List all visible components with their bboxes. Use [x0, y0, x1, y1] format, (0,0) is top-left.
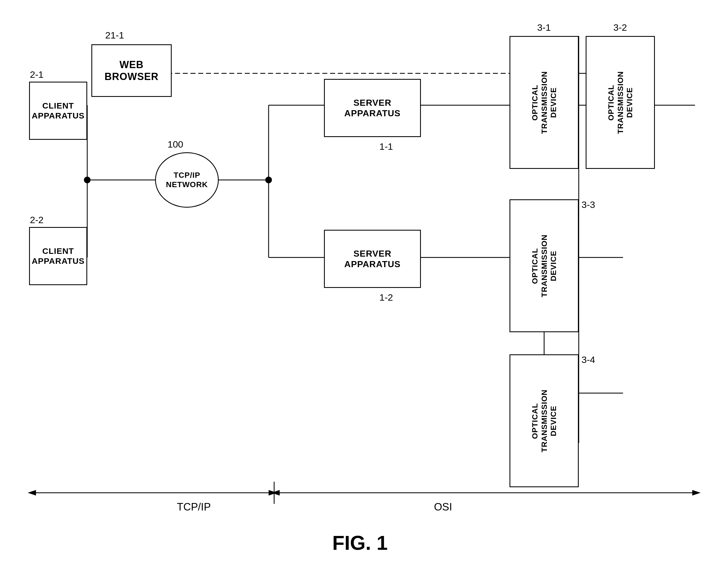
ref-1-1: 1-1	[379, 141, 393, 152]
ref-1-2: 1-2	[379, 292, 393, 303]
ref-21-1: 21-1	[105, 30, 124, 41]
optical1-label: OPTICALTRANSMISSIONDEVICE	[530, 71, 558, 134]
svg-point-6	[84, 176, 90, 183]
osi-span-label: OSI	[360, 501, 526, 513]
server2-box: SERVERAPPARATUS	[324, 230, 421, 288]
ref-3-4: 3-4	[581, 354, 595, 365]
svg-marker-27	[269, 490, 277, 496]
svg-point-9	[265, 176, 272, 183]
server1-label: SERVERAPPARATUS	[344, 98, 400, 119]
optical1-box: OPTICALTRANSMISSIONDEVICE	[510, 36, 579, 169]
server1-box: SERVERAPPARATUS	[324, 79, 421, 137]
optical2-box: OPTICALTRANSMISSIONDEVICE	[586, 36, 655, 169]
ref-100: 100	[167, 139, 183, 150]
optical3-box: OPTICALTRANSMISSIONDEVICE	[510, 199, 579, 332]
ref-3-1: 3-1	[537, 22, 551, 33]
optical4-label: OPTICALTRANSMISSIONDEVICE	[530, 390, 558, 453]
ref-2-1: 2-1	[30, 69, 43, 80]
svg-marker-30	[692, 490, 701, 496]
tcpip-network-label: TCP/IPNETWORK	[166, 170, 208, 189]
ref-3-2: 3-2	[613, 22, 627, 33]
optical2-label: OPTICALTRANSMISSIONDEVICE	[606, 71, 634, 134]
svg-marker-29	[271, 490, 280, 496]
server2-label: SERVERAPPARATUS	[344, 248, 400, 270]
web-browser-box: WEBBROWSER	[91, 44, 172, 97]
optical4-box: OPTICALTRANSMISSIONDEVICE	[510, 354, 579, 487]
web-browser-label: WEBBROWSER	[105, 59, 159, 83]
client2-label: CLIENTAPPARATUS	[32, 246, 84, 266]
ref-3-3: 3-3	[581, 199, 595, 210]
optical3-label: OPTICALTRANSMISSIONDEVICE	[530, 234, 558, 297]
diagram: WEBBROWSER 21-1 CLIENTAPPARATUS 2-1 CLIE…	[0, 0, 723, 588]
ref-2-2: 2-2	[30, 214, 43, 225]
tcpip-network-ellipse: TCP/IPNETWORK	[155, 152, 219, 208]
client1-box: CLIENTAPPARATUS	[29, 82, 87, 140]
svg-marker-26	[28, 490, 36, 496]
client2-box: CLIENTAPPARATUS	[29, 227, 87, 285]
tcpip-span-label: TCP/IP	[111, 501, 277, 513]
figure-label: FIG. 1	[263, 531, 457, 554]
client1-label: CLIENTAPPARATUS	[32, 101, 84, 121]
